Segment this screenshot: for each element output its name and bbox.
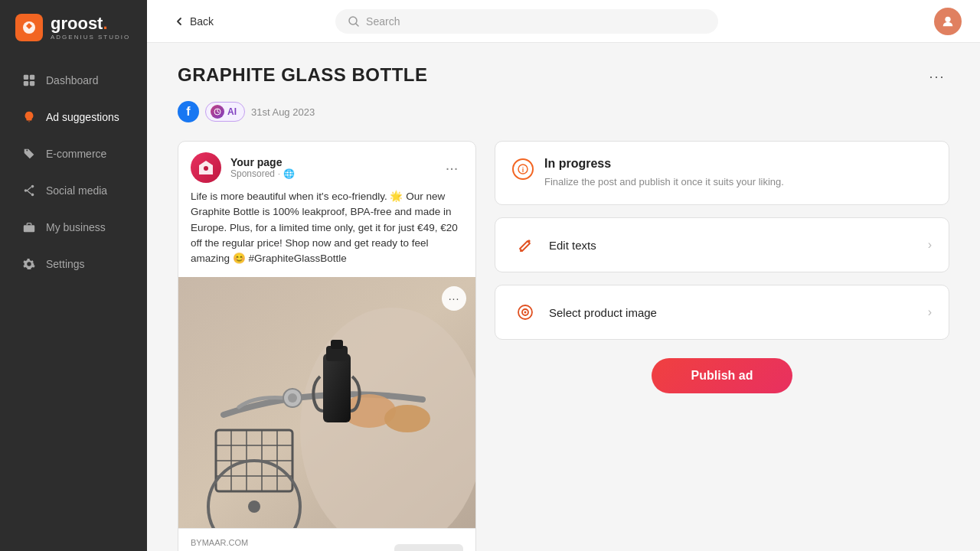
briefcase-icon xyxy=(21,220,37,235)
sidebar-item-my-business[interactable]: My business xyxy=(6,210,141,245)
ad-image-options-button[interactable]: ··· xyxy=(442,286,466,311)
sidebar-item-ad-suggestions-label: Ad suggestions xyxy=(46,111,119,123)
tag-icon xyxy=(21,146,37,161)
page-header-bar: Back xyxy=(147,0,980,43)
svg-rect-10 xyxy=(24,225,34,232)
right-panel: i In progress Finalize the post and publ… xyxy=(495,141,949,551)
svg-rect-4 xyxy=(30,81,34,86)
sidebar-item-ad-suggestions[interactable]: Ad suggestions xyxy=(6,99,141,135)
two-col-layout: Your page Sponsored · 🌐 ··· Life is more… xyxy=(178,141,949,551)
grid-icon xyxy=(21,73,37,88)
ad-image-svg xyxy=(178,277,475,528)
sidebar-item-social-media-label: Social media xyxy=(46,184,107,197)
more-options-button[interactable]: ··· xyxy=(925,64,949,89)
status-title: In progress xyxy=(544,157,784,171)
svg-point-15 xyxy=(204,166,208,171)
logo: groost. ADGENIUS STUDIO xyxy=(0,0,147,55)
svg-text:i: i xyxy=(522,166,524,174)
lightbulb-icon xyxy=(21,109,37,125)
ad-domain: BYMAAR.COM xyxy=(191,538,375,547)
sidebar-item-settings[interactable]: Settings xyxy=(6,246,141,282)
publish-ad-button[interactable]: Publish ad xyxy=(652,358,793,393)
ad-image: ··· xyxy=(178,277,475,528)
edit-texts-label: Edit texts xyxy=(549,239,928,252)
svg-point-5 xyxy=(31,185,34,188)
svg-point-6 xyxy=(31,194,34,197)
ai-badge: AI xyxy=(205,102,245,122)
status-description: Finalize the post and publish it once it… xyxy=(544,175,784,189)
logo-name: groost. xyxy=(51,15,130,32)
svg-rect-22 xyxy=(323,354,351,422)
page-avatar xyxy=(191,152,221,183)
search-icon xyxy=(348,15,360,28)
page-info: Your page Sponsored · 🌐 xyxy=(230,156,431,179)
svg-point-12 xyxy=(945,16,950,21)
sidebar-item-ecommerce[interactable]: E-commerce xyxy=(6,136,141,171)
select-image-icon xyxy=(512,299,538,325)
page-name: Your page xyxy=(230,156,431,168)
status-icon: i xyxy=(512,158,534,180)
svg-line-8 xyxy=(27,187,31,191)
shop-now-button[interactable]: Shop now xyxy=(394,544,463,551)
svg-rect-24 xyxy=(331,340,343,349)
svg-point-21 xyxy=(384,405,430,432)
svg-point-40 xyxy=(524,311,527,314)
share-icon xyxy=(21,183,37,198)
ai-badge-icon xyxy=(211,105,224,119)
back-arrow-icon xyxy=(173,15,185,28)
page-title-row: GRAPHITE GLASS BOTTLE ··· xyxy=(178,64,949,89)
status-card: i In progress Finalize the post and publ… xyxy=(495,141,949,205)
sidebar-item-dashboard-label: Dashboard xyxy=(46,74,99,86)
sidebar-item-my-business-label: My business xyxy=(46,221,106,233)
ad-page-header: Your page Sponsored · 🌐 ··· xyxy=(178,142,475,189)
nav-list: Dashboard Ad suggestions E-commerce Soci… xyxy=(0,55,147,551)
ad-footer-info: BYMAAR.COM Feel Good, Look Good. BPA-Fre… xyxy=(191,538,375,551)
edit-texts-card[interactable]: Edit texts › xyxy=(495,217,949,272)
ai-badge-label: AI xyxy=(227,106,237,117)
svg-line-9 xyxy=(27,191,31,194)
sidebar-item-dashboard[interactable]: Dashboard xyxy=(6,63,141,98)
main-area: Back GRAPHITE GLASS BOTTLE ··· f xyxy=(147,0,980,551)
logo-icon xyxy=(15,14,43,41)
facebook-badge: f xyxy=(178,101,199,122)
sponsored-label: Sponsored xyxy=(230,168,275,179)
edit-texts-icon xyxy=(512,232,538,258)
back-button[interactable]: Back xyxy=(165,11,221,32)
back-label: Back xyxy=(190,15,214,28)
select-image-chevron-icon: › xyxy=(928,305,932,319)
globe-icon: 🌐 xyxy=(283,168,295,179)
ad-options-button[interactable]: ··· xyxy=(440,156,463,179)
publish-btn-container: Publish ad xyxy=(495,358,949,393)
edit-texts-chevron-icon: › xyxy=(928,238,932,252)
svg-point-34 xyxy=(248,500,260,513)
avatar-icon xyxy=(941,15,955,28)
svg-rect-2 xyxy=(30,75,34,80)
select-image-label: Select product image xyxy=(549,306,928,319)
ad-footer: BYMAAR.COM Feel Good, Look Good. BPA-Fre… xyxy=(178,528,475,551)
svg-point-19 xyxy=(288,393,297,403)
select-image-card[interactable]: Select product image › xyxy=(495,285,949,340)
ad-body-text: Life is more beautiful when it's eco-fri… xyxy=(178,189,475,277)
svg-point-7 xyxy=(24,189,28,192)
sponsored-row: Sponsored · 🌐 xyxy=(230,168,431,179)
sidebar-item-social-media[interactable]: Social media xyxy=(6,173,141,208)
page-title: GRAPHITE GLASS BOTTLE xyxy=(178,64,428,86)
sidebar-item-ecommerce-label: E-commerce xyxy=(46,148,106,160)
status-info: In progress Finalize the post and publis… xyxy=(544,157,784,189)
sidebar-item-settings-label: Settings xyxy=(46,258,85,270)
sidebar: groost. ADGENIUS STUDIO Dashboard Ad sug… xyxy=(0,0,147,551)
search-bar xyxy=(335,9,718,34)
page-content: GRAPHITE GLASS BOTTLE ··· f AI 31st Aug … xyxy=(147,43,980,551)
gear-icon xyxy=(21,256,37,272)
date-text: 31st Aug 2023 xyxy=(251,106,315,118)
ad-preview-card: Your page Sponsored · 🌐 ··· Life is more… xyxy=(178,141,476,551)
search-input[interactable] xyxy=(366,15,706,28)
svg-rect-3 xyxy=(24,81,28,86)
badges-row: f AI 31st Aug 2023 xyxy=(178,101,949,122)
logo-sub: ADGENIUS STUDIO xyxy=(51,34,130,41)
user-avatar[interactable] xyxy=(934,8,962,35)
svg-rect-1 xyxy=(24,75,28,80)
